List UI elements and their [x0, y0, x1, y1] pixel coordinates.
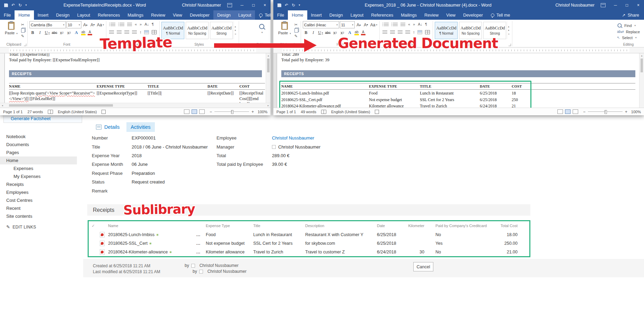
borders-icon[interactable]: [425, 30, 430, 34]
save-icon[interactable]: [277, 3, 281, 7]
account-name[interactable]: Christof Nussbaumer: [182, 3, 221, 8]
highlight-button[interactable]: ab: [80, 29, 86, 36]
language-indicator[interactable]: English (United States): [58, 110, 97, 114]
gallery-expand-icon[interactable]: ≡: [508, 33, 509, 35]
select-button[interactable]: ↖ Select▾: [617, 36, 640, 40]
bullets-icon[interactable]: [111, 23, 115, 26]
tab-details[interactable]: Details: [92, 122, 124, 132]
numbering-icon[interactable]: [393, 23, 398, 26]
employee-link[interactable]: Christof Nussbaumer: [272, 135, 314, 141]
gallery-expand-icon[interactable]: ≡: [235, 33, 236, 35]
sidebar-item[interactable]: Employees: [0, 188, 77, 196]
tell-me-box[interactable]: Tell me: [487, 10, 514, 20]
macro-record-icon[interactable]: [102, 110, 106, 114]
zoom-slider[interactable]: [588, 110, 623, 114]
receipt-name[interactable]: 20180624-Kilometer-allowance✳: [107, 250, 196, 254]
sidebar-item[interactable]: Home: [0, 156, 77, 164]
redo-icon[interactable]: ↻: [18, 3, 22, 7]
zoom-in-icon[interactable]: +: [625, 109, 627, 114]
scroll-left-icon[interactable]: ◂: [2, 104, 3, 107]
ribbon-tab[interactable]: File: [0, 10, 15, 20]
vertical-scrollbar[interactable]: ▴: [639, 53, 644, 108]
decrease-indent-icon[interactable]: «: [135, 23, 137, 26]
justify-icon[interactable]: [132, 30, 137, 34]
ribbon-display-options-icon[interactable]: [227, 3, 232, 7]
zoom-thumb[interactable]: [231, 110, 233, 114]
close-button[interactable]: ×: [633, 0, 644, 10]
close-button[interactable]: ×: [259, 0, 271, 10]
modified-by-name[interactable]: Christof Nussbaumer: [208, 269, 247, 274]
align-center-icon[interactable]: [117, 30, 122, 34]
italic-button[interactable]: I: [37, 29, 43, 36]
shrink-font-button[interactable]: A▾: [89, 21, 96, 28]
read-mode-icon[interactable]: [557, 109, 563, 114]
row-menu-ellipsis[interactable]: …: [196, 232, 204, 237]
strikethrough-button[interactable]: abc: [325, 29, 331, 36]
created-by-name[interactable]: Christof Nussbaumer: [200, 263, 239, 268]
ribbon-tab[interactable]: Layout: [347, 10, 368, 20]
change-case-button[interactable]: Aa▾: [370, 21, 378, 28]
receipt-row[interactable]: 20180624-Kilometer-allowance✳ … Kilomete…: [89, 248, 529, 256]
style-option[interactable]: AaBbCcDd No Spacing: [186, 22, 209, 39]
increase-indent-icon[interactable]: »: [413, 23, 415, 26]
italic-button[interactable]: I: [310, 29, 317, 36]
row-menu-ellipsis[interactable]: …: [196, 241, 204, 246]
scroll-thumb[interactable]: [9, 104, 113, 107]
change-case-button[interactable]: Aa▾: [97, 21, 104, 28]
ribbon-tab[interactable]: Design: [213, 10, 235, 20]
print-layout-icon[interactable]: [565, 109, 571, 114]
sidebar-item[interactable]: Expenses: [0, 164, 77, 172]
show-marks-icon[interactable]: ¶: [152, 23, 154, 26]
zoom-out-icon[interactable]: −: [583, 109, 585, 114]
zoom-in-icon[interactable]: +: [252, 109, 254, 114]
styles-dialog-launcher[interactable]: [509, 44, 511, 46]
superscript-button[interactable]: x2: [66, 29, 72, 36]
ribbon-tab[interactable]: Developer: [459, 10, 487, 20]
gallery-down-icon[interactable]: ▾: [235, 29, 236, 32]
scroll-thumb[interactable]: [267, 59, 270, 72]
share-button[interactable]: ↗ Share: [617, 10, 644, 20]
receipt-name[interactable]: 20180625-Lunch-Imbiss✳: [107, 232, 196, 237]
zoom-out-icon[interactable]: −: [210, 109, 212, 114]
multilevel-list-icon[interactable]: [400, 23, 405, 26]
cancel-button[interactable]: Cancel: [413, 262, 433, 271]
proofing-icon[interactable]: [48, 110, 53, 114]
sort-icon[interactable]: A↓: [144, 23, 149, 26]
replace-button[interactable]: ab⇄ Replace: [617, 30, 640, 34]
ribbon-tab[interactable]: Home: [288, 10, 307, 20]
print-layout-icon[interactable]: [192, 109, 197, 114]
web-layout-icon[interactable]: [573, 109, 578, 114]
column-date[interactable]: Date: [373, 224, 407, 228]
select-all-checkmark[interactable]: ✓: [89, 224, 98, 228]
gallery-up-icon[interactable]: ▴: [508, 25, 509, 28]
styles-gallery-scroll[interactable]: ▴ ▾ ≡: [233, 21, 237, 39]
scroll-up-icon[interactable]: ▴: [268, 54, 269, 57]
undo-icon[interactable]: ↶: [285, 3, 288, 7]
align-right-icon[interactable]: [124, 30, 129, 34]
subscript-button[interactable]: x2: [59, 29, 65, 36]
qat-dropdown-icon[interactable]: ▾: [25, 4, 27, 7]
increase-indent-icon[interactable]: »: [140, 23, 142, 26]
sidebar-item[interactable]: Notebook: [0, 133, 77, 141]
web-layout-icon[interactable]: [199, 109, 205, 114]
scroll-right-icon[interactable]: ▸: [267, 104, 269, 107]
copy-button[interactable]: [21, 28, 25, 33]
sidebar-item[interactable]: Pages: [0, 149, 77, 156]
format-painter-button[interactable]: ✎: [21, 34, 25, 38]
font-size-select[interactable]: 10▾: [67, 21, 81, 28]
sidebar-item[interactable]: Cost Centres: [0, 196, 77, 204]
bold-button[interactable]: B: [29, 29, 36, 36]
sidebar-item[interactable]: Site contents: [0, 212, 77, 220]
ribbon-tab[interactable]: View: [442, 10, 459, 20]
find-button[interactable]: Find▾: [617, 23, 640, 28]
ribbon-tab[interactable]: File: [273, 10, 288, 20]
editing-menu-button[interactable]: ▾: [255, 21, 268, 34]
ribbon-tab[interactable]: Review: [421, 10, 442, 20]
borders-icon[interactable]: [152, 30, 157, 34]
maximize-button[interactable]: □: [621, 0, 633, 10]
gallery-down-icon[interactable]: ▾: [508, 29, 509, 32]
maximize-button[interactable]: □: [248, 0, 259, 10]
word-count[interactable]: 49 words: [301, 110, 316, 114]
strikethrough-button[interactable]: abc: [51, 29, 58, 36]
ribbon-tab[interactable]: References: [94, 10, 124, 20]
